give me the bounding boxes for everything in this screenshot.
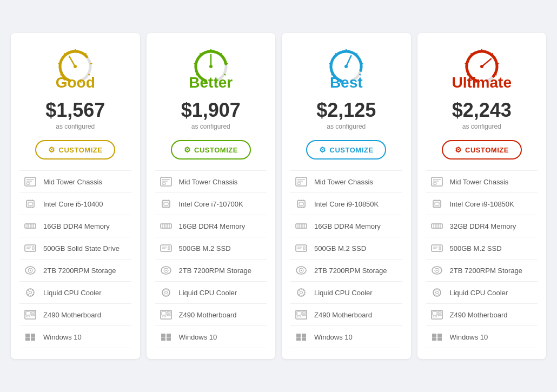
- svg-line-211: [439, 290, 439, 291]
- cpu-icon: [429, 198, 445, 210]
- spec-label: Liquid CPU Cooler: [450, 289, 508, 297]
- svg-rect-111: [167, 337, 171, 341]
- svg-line-153: [299, 290, 300, 291]
- plan-card-best: Best$2,125as configured⚙CUSTOMIZEMid Tow…: [282, 33, 411, 359]
- svg-line-155: [303, 290, 303, 291]
- spec-label: Mid Tower Chassis: [450, 178, 509, 186]
- ssd-icon: [23, 242, 38, 254]
- pricing-container: Good$1,567as configured⚙CUSTOMIZEMid Tow…: [0, 22, 557, 370]
- svg-rect-161: [302, 314, 306, 316]
- spec-label: 2TB 7200RPM Storage: [43, 267, 116, 275]
- spec-item: Windows 10: [290, 326, 402, 348]
- ram-icon: [23, 220, 38, 232]
- windows-icon: [429, 331, 445, 343]
- spec-label: 2TB 7200RPM Storage: [179, 267, 251, 275]
- mobo-icon: [294, 309, 309, 321]
- windows-icon: [23, 331, 38, 343]
- customize-label: CUSTOMIZE: [59, 146, 103, 154]
- plan-title: Good: [56, 74, 95, 91]
- svg-rect-70: [162, 183, 165, 184]
- svg-line-154: [303, 294, 303, 295]
- spec-label: Intel Core i9-10850K: [450, 200, 514, 208]
- svg-rect-103: [162, 311, 166, 315]
- customize-button-better[interactable]: ⚙CUSTOMIZE: [171, 140, 251, 160]
- svg-point-45: [29, 291, 32, 294]
- case-icon: [23, 176, 38, 188]
- svg-rect-223: [437, 337, 442, 341]
- plan-title: Best: [330, 74, 363, 91]
- spec-label: Intel Core i5-10400: [43, 200, 103, 208]
- svg-point-203: [436, 270, 437, 271]
- svg-line-2: [58, 63, 61, 64]
- svg-rect-108: [161, 334, 165, 337]
- svg-rect-183: [433, 201, 441, 207]
- plan-card-ultimate: Ultimate$2,243as configured⚙CUSTOMIZEMid…: [417, 33, 547, 359]
- cpu-icon: [294, 198, 309, 210]
- spec-label: 32GB DDR4 Memory: [450, 222, 516, 230]
- spec-item: 2TB 7200RPM Storage: [19, 260, 131, 282]
- svg-point-10: [74, 65, 77, 68]
- plan-price: $2,125: [316, 99, 376, 122]
- svg-rect-11: [25, 177, 36, 186]
- hdd-icon: [294, 264, 309, 276]
- customize-button-best[interactable]: ⚙CUSTOMIZE: [306, 140, 386, 160]
- spec-item: 500GB Solid State Drive: [19, 237, 131, 260]
- ssd-icon: [294, 242, 309, 254]
- gear-icon: ⚙: [184, 145, 191, 154]
- spec-item: 2TB 7200RPM Storage: [155, 260, 267, 282]
- svg-point-122: [344, 65, 348, 68]
- gear-icon: ⚙: [319, 145, 327, 154]
- svg-rect-164: [296, 334, 301, 337]
- spec-item: 16GB DDR4 Memory: [19, 215, 131, 237]
- svg-line-9: [69, 56, 75, 67]
- spec-item: Windows 10: [19, 326, 131, 348]
- windows-icon: [294, 331, 309, 343]
- spec-label: 2TB 7200RPM Storage: [314, 267, 387, 275]
- spec-item: Mid Tower Chassis: [19, 171, 131, 193]
- plan-title: Better: [189, 74, 233, 91]
- speedometer-icon: [56, 46, 95, 70]
- spec-item: 500GB M.2 SSD: [290, 237, 402, 260]
- spec-label: Z490 Motherboard: [314, 311, 372, 319]
- as-configured-label: as configured: [191, 123, 230, 130]
- svg-rect-72: [164, 202, 168, 205]
- svg-line-118: [361, 63, 363, 64]
- svg-point-178: [480, 65, 483, 68]
- svg-rect-160: [302, 311, 306, 313]
- spec-label: Liquid CPU Cooler: [314, 289, 373, 297]
- svg-line-212: [434, 294, 435, 295]
- ram-icon: [158, 220, 174, 232]
- spec-item: Mid Tower Chassis: [155, 171, 267, 193]
- spec-item: 32GB DDR4 Memory: [426, 215, 538, 237]
- gear-icon: ⚙: [48, 145, 56, 154]
- spec-item: 500GB M.2 SSD: [426, 237, 538, 260]
- customize-button-good[interactable]: ⚙CUSTOMIZE: [35, 140, 115, 160]
- spec-label: 16GB DDR4 Memory: [314, 222, 381, 230]
- spec-item: Liquid CPU Cooler: [290, 282, 402, 304]
- customize-label: CUSTOMIZE: [465, 146, 509, 154]
- spec-item: Mid Tower Chassis: [290, 171, 402, 193]
- spec-label: Windows 10: [450, 333, 488, 341]
- as-configured-label: as configured: [462, 123, 501, 130]
- spec-label: 16GB DDR4 Memory: [43, 222, 110, 230]
- svg-point-204: [433, 289, 441, 296]
- plan-card-good: Good$1,567as configured⚙CUSTOMIZEMid Tow…: [11, 33, 140, 359]
- ssd-icon: [158, 242, 174, 254]
- svg-point-101: [164, 291, 167, 294]
- cpu-icon: [158, 198, 174, 210]
- spec-item: 16GB DDR4 Memory: [290, 215, 402, 237]
- spec-item: 500GB M.2 SSD: [155, 237, 267, 260]
- spec-label: Liquid CPU Cooler: [43, 289, 102, 297]
- spec-label: Mid Tower Chassis: [314, 178, 373, 186]
- svg-point-213: [435, 291, 438, 294]
- spec-item: Z490 Motherboard: [426, 304, 538, 326]
- customize-button-ultimate[interactable]: ⚙CUSTOMIZE: [442, 140, 522, 160]
- hdd-icon: [158, 264, 174, 276]
- speedometer-icon: [462, 46, 501, 70]
- svg-rect-52: [25, 334, 30, 337]
- svg-line-62: [226, 63, 228, 64]
- svg-rect-216: [438, 311, 441, 313]
- svg-rect-123: [296, 177, 307, 186]
- hdd-icon: [429, 264, 445, 276]
- spec-label: Windows 10: [43, 333, 82, 341]
